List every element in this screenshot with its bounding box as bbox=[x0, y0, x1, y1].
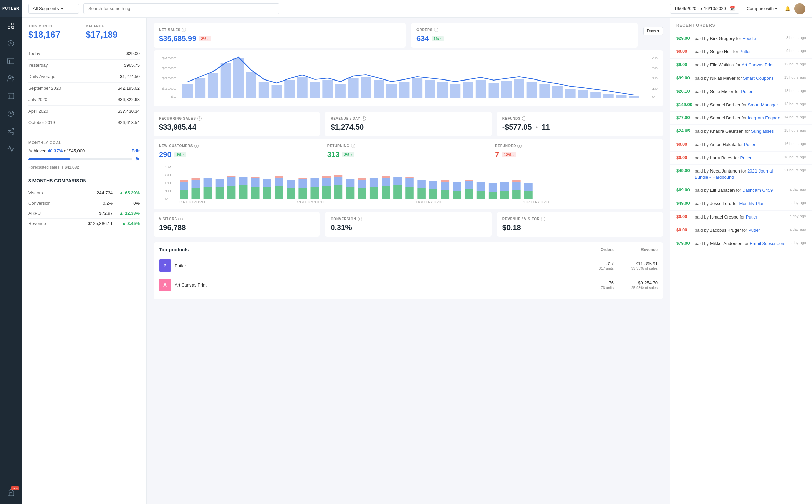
order-product[interactable]: Putler bbox=[744, 142, 755, 147]
order-product[interactable]: Putler bbox=[740, 155, 751, 160]
recurring-sales-card: RECURRING SALES i $33,985.44 bbox=[154, 112, 320, 136]
comp-change: ▲ 65.29% bbox=[113, 190, 140, 196]
list-item: $0.00 paid by Ismael Crespo for Putler a… bbox=[670, 211, 812, 224]
svg-text:26/09/2020: 26/09/2020 bbox=[297, 200, 324, 204]
order-amount: $24.65 bbox=[676, 128, 693, 133]
stat-row-label: September 2020 bbox=[28, 86, 61, 91]
refunds-info-icon[interactable]: i bbox=[522, 116, 526, 121]
order-product[interactable]: Monthly Plan bbox=[739, 201, 765, 206]
svg-rect-5 bbox=[8, 58, 14, 64]
days-button[interactable]: Days ▾ bbox=[643, 27, 663, 35]
order-amount: $29.00 bbox=[676, 36, 693, 41]
new-customers-info[interactable]: i bbox=[194, 144, 199, 148]
svg-text:$1000: $1000 bbox=[162, 87, 177, 90]
net-sales-info-icon[interactable]: i bbox=[182, 28, 186, 32]
date-range-picker[interactable]: 19/09/2020 to 16/10/2020 📅 bbox=[670, 4, 739, 14]
main-sales-chart: $4000 $3000 $2000 $1000 $0 40 30 20 10 0 bbox=[154, 50, 663, 106]
refunded-value: 7 bbox=[495, 150, 499, 159]
order-product[interactable]: Sunglasses bbox=[751, 129, 774, 134]
svg-rect-144 bbox=[512, 182, 521, 190]
returning-info[interactable]: i bbox=[351, 144, 355, 148]
conversion-info[interactable]: i bbox=[358, 217, 362, 221]
recurring-info-icon[interactable]: i bbox=[197, 116, 202, 121]
chevron-down-icon: ▾ bbox=[61, 6, 63, 11]
svg-rect-92 bbox=[263, 187, 271, 199]
sidebar-item-analytics[interactable] bbox=[0, 105, 22, 122]
svg-rect-63 bbox=[616, 95, 627, 98]
order-product[interactable]: Putler bbox=[746, 214, 758, 220]
notifications-bell[interactable]: 🔔 bbox=[785, 6, 790, 11]
order-product[interactable]: Hoodie bbox=[742, 36, 756, 41]
sidebar-item-reports[interactable] bbox=[0, 87, 22, 105]
user-avatar[interactable] bbox=[794, 3, 805, 14]
sidebar-item-chart[interactable] bbox=[0, 140, 22, 158]
order-product[interactable]: Putler bbox=[748, 228, 760, 233]
order-product[interactable]: Smart Manager bbox=[748, 102, 779, 107]
order-product[interactable]: Smart Coupons bbox=[743, 76, 773, 81]
product-thumbnail: P bbox=[159, 259, 171, 272]
product-revenue: $9,254.70 25.93% of sales bbox=[614, 280, 658, 290]
list-item: $77.00 paid by Samuel Barbier for Icegra… bbox=[670, 112, 812, 125]
svg-point-15 bbox=[8, 130, 10, 132]
order-amount: $0.00 bbox=[676, 155, 693, 160]
sidebar-item-affiliates[interactable] bbox=[0, 122, 22, 140]
svg-rect-74 bbox=[180, 190, 188, 199]
orders-badge: 1% ↑ bbox=[432, 36, 444, 41]
table-row: P Putler 317 317 units $11,895.91 33.33%… bbox=[159, 256, 658, 275]
rev-visitor-info[interactable]: i bbox=[541, 217, 545, 221]
stat-row-label: July 2020 bbox=[28, 97, 47, 102]
refunded-info[interactable]: i bbox=[517, 144, 522, 148]
orders-info-icon[interactable]: i bbox=[434, 28, 438, 32]
svg-rect-127 bbox=[429, 189, 437, 199]
order-amount: $0.00 bbox=[676, 142, 693, 147]
svg-rect-45 bbox=[386, 84, 397, 98]
svg-rect-61 bbox=[590, 92, 601, 98]
svg-rect-39 bbox=[310, 82, 320, 98]
svg-rect-87 bbox=[239, 185, 248, 199]
svg-text:40: 40 bbox=[652, 56, 658, 60]
svg-rect-41 bbox=[335, 84, 346, 98]
order-time: 13 hours ago bbox=[784, 75, 806, 79]
svg-rect-132 bbox=[453, 191, 461, 199]
search-input[interactable] bbox=[83, 3, 279, 14]
order-product[interactable]: Icegram Engage bbox=[748, 115, 780, 120]
segment-dropdown[interactable]: All Segments ▾ bbox=[28, 4, 79, 14]
sidebar-item-sales[interactable] bbox=[0, 35, 22, 52]
revenue-day-info-icon[interactable]: i bbox=[362, 116, 366, 121]
net-sales-value: $35,685.99 2% ↓ bbox=[159, 34, 400, 43]
comp-change: ▲ 12.38% bbox=[113, 211, 140, 216]
order-product[interactable]: Email Subscribers bbox=[750, 241, 785, 246]
order-product[interactable]: Art Canvas Print bbox=[742, 62, 774, 67]
goal-edit-button[interactable]: Edit bbox=[131, 148, 140, 153]
customers-chart-svg: 40 30 20 10 0 bbox=[159, 163, 658, 204]
svg-rect-108 bbox=[334, 177, 343, 185]
stat-row-label: April 2020 bbox=[28, 109, 48, 114]
order-product[interactable]: Putler bbox=[741, 89, 752, 94]
svg-text:$2000: $2000 bbox=[162, 77, 177, 80]
recurring-value: $33,985.44 bbox=[159, 123, 314, 132]
sidebar-item-customers[interactable] bbox=[0, 70, 22, 87]
new-badge: new bbox=[11, 486, 19, 490]
refunded-badge: 12% ↓ bbox=[502, 152, 516, 157]
sidebar-item-dashboard[interactable] bbox=[0, 17, 22, 35]
sidebar-item-products[interactable] bbox=[0, 52, 22, 70]
stat-row: Today$29.00 bbox=[28, 48, 140, 60]
list-item: $99.00 paid by Niklas Meyer for Smart Co… bbox=[670, 72, 812, 85]
svg-rect-145 bbox=[512, 180, 521, 182]
revenue-day-value: $1,274.50 bbox=[331, 123, 486, 132]
order-product[interactable]: Dashcam G459 bbox=[742, 188, 773, 193]
order-time: 16 hours ago bbox=[784, 142, 806, 146]
visitors-info[interactable]: i bbox=[178, 217, 183, 221]
list-item: $0.00 paid by Anton Hakala for Putler 16… bbox=[670, 138, 812, 152]
net-sales-card: NET SALES i $35,685.99 2% ↓ bbox=[154, 23, 406, 48]
customers-metrics: NEW CUSTOMERS i 290 1% ↑ RETURNING i bbox=[159, 144, 658, 159]
compare-with-button[interactable]: Compare with ▾ bbox=[743, 4, 781, 13]
svg-text:0: 0 bbox=[652, 95, 655, 98]
order-product[interactable]: Putler bbox=[739, 49, 751, 54]
top-products-table: Top products Orders Revenue P Putler 317… bbox=[154, 242, 663, 299]
monthly-goal-section: MONTHLY GOAL Achieved 40.37% of $45,000 … bbox=[28, 135, 140, 170]
sidebar-item-store[interactable]: new bbox=[0, 484, 22, 501]
brand-logo: PUTLER bbox=[0, 0, 22, 17]
svg-point-9 bbox=[12, 76, 14, 78]
svg-rect-42 bbox=[348, 78, 359, 98]
